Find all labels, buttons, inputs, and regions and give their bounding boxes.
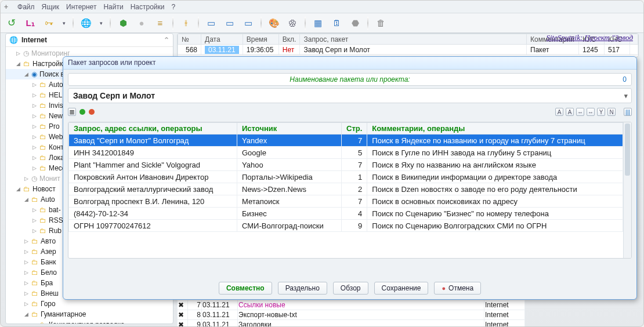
refresh-icon[interactable]: ↺: [4, 16, 19, 31]
hex-icon[interactable]: ⬣: [348, 16, 363, 31]
scroll-up-icon[interactable]: ⌃: [164, 36, 169, 44]
site-banner[interactable]: SiteSputnik: Проект "Завод: [546, 33, 633, 42]
query-row[interactable]: ИНН 3412001849Google5Поиск в Гугле по ИН…: [69, 147, 623, 159]
queries-grid: Запрос, адрес ссылки, операторы Источник…: [68, 122, 632, 259]
columns-icon[interactable]: |||: [624, 108, 632, 116]
sphere-icon[interactable]: ●: [134, 16, 149, 31]
col-time[interactable]: Время: [243, 34, 278, 45]
window-2-icon[interactable]: ▭: [222, 16, 237, 31]
view-button[interactable]: Обзор: [333, 282, 368, 295]
col-comment[interactable]: Комментарии, операнды: [367, 123, 623, 135]
key-icon[interactable]: 🗝: [41, 16, 56, 31]
cancel-button[interactable]: Отмена: [434, 282, 481, 295]
window-3-icon[interactable]: ▭: [241, 16, 256, 31]
col-on[interactable]: Вкл.: [278, 34, 300, 45]
font-a2-icon[interactable]: A: [566, 108, 574, 116]
format-toolbar: A A ↔ ↔ Y N |||: [555, 108, 632, 116]
cubes-icon[interactable]: ⬢: [115, 16, 131, 31]
query-row[interactable]: Покровский Антон Иванович ДиректорПортал…: [69, 171, 623, 183]
tree-item[interactable]: ◢🗀Гуманитарное: [6, 309, 173, 319]
menubar: + Файл Ящик Интернет Найти Настройки ?: [1, 1, 643, 13]
menu-plus[interactable]: +: [4, 3, 8, 11]
list-icon[interactable]: ≡: [153, 16, 168, 31]
lower-row[interactable]: ✖903.11.21ЗаголовкиInternet: [178, 320, 525, 328]
grid-scrollbar[interactable]: [623, 122, 631, 258]
tree-item[interactable]: ▷🗀Горо: [6, 299, 173, 309]
calendar-icon[interactable]: 🗓: [329, 16, 344, 31]
menu-internet[interactable]: Интернет: [66, 3, 96, 11]
menu-find[interactable]: Найти: [103, 3, 123, 11]
font-a-icon[interactable]: A: [555, 108, 563, 116]
col-date[interactable]: Дата: [201, 34, 243, 45]
query-row[interactable]: ОГРН 1097700247612СМИ-Волгоград-поиски9П…: [69, 220, 623, 232]
project-name-input[interactable]: Завод Серп и Молот ▾: [68, 88, 632, 103]
save-button[interactable]: Сохранение: [374, 282, 429, 295]
hsize2-icon[interactable]: ↔: [587, 108, 595, 116]
menu-file[interactable]: Файл: [17, 3, 35, 11]
chevron-down-icon[interactable]: ▾: [624, 92, 628, 100]
globe-icon: 🌐: [9, 36, 18, 44]
query-row[interactable]: (8442)-70-12-34Бизнес4Поиск по Сценарию …: [69, 208, 623, 220]
palette-icon[interactable]: 🎨: [266, 16, 281, 31]
menu-settings[interactable]: Настройки: [131, 3, 165, 11]
color-wheel-icon[interactable]: 🏵: [285, 16, 300, 31]
green-dot-icon[interactable]: [79, 109, 85, 115]
window-1-icon[interactable]: ▭: [204, 16, 219, 31]
query-row[interactable]: Завод "Серп и Молот" ВолгоградYandex7Пои…: [69, 135, 623, 147]
top-grid-row[interactable]: 568 03.11.21 19:36:05 Нет Завод Серп и М…: [178, 45, 638, 55]
col-num[interactable]: №: [178, 34, 201, 45]
tree-struct-icon[interactable]: ⫳: [178, 16, 193, 31]
y-icon[interactable]: Y: [597, 108, 605, 116]
separate-button[interactable]: Раздельно: [278, 282, 327, 295]
query-row[interactable]: Plant "Hammer and Sickle" VolgogradYahoo…: [69, 159, 623, 171]
lower-row[interactable]: ✖803.11.21Экспорт-новые-txtInternet: [178, 310, 525, 320]
joint-button[interactable]: Совместно: [219, 282, 272, 295]
trash-icon[interactable]: 🗑: [373, 16, 388, 31]
project-dialog: Пакет запросов или проект Наименование п…: [63, 56, 637, 300]
lower-row[interactable]: ✖703.11.21Ссылки новыеInternet: [178, 300, 525, 310]
tree-root-label[interactable]: Internet: [21, 36, 47, 44]
query-row[interactable]: Волгоград проспект В.И. Ленина, 120Метап…: [69, 195, 623, 208]
col-query[interactable]: Запрос, адрес ссылки, операторы: [69, 123, 237, 135]
col-pages[interactable]: Стр.: [342, 123, 367, 135]
red-dot-icon[interactable]: [89, 109, 95, 115]
globe-icon[interactable]: 🌐: [78, 16, 93, 31]
query-row[interactable]: Волгоградский металлургический заводNews…: [69, 183, 623, 195]
n-icon[interactable]: N: [607, 108, 616, 116]
dropdown-2-icon[interactable]: ▾: [97, 16, 105, 31]
tree-item[interactable]: 🗀Конкурентная разведка: [6, 319, 173, 324]
menu-help[interactable]: ?: [171, 3, 175, 11]
col-query[interactable]: Запрос, пакет: [300, 34, 527, 45]
dialog-zero: 0: [623, 75, 627, 83]
list-mode-icon[interactable]: ≣: [68, 108, 76, 116]
grid-icon[interactable]: ▦: [310, 16, 325, 31]
dropdown-1-icon[interactable]: ▾: [60, 16, 68, 31]
menu-box[interactable]: Ящик: [42, 3, 60, 11]
dialog-title: Пакет запросов или проект: [63, 57, 636, 70]
col-source[interactable]: Источник: [237, 123, 342, 135]
l1-icon[interactable]: L₁: [23, 16, 38, 31]
dialog-name-label: Наименование пакета или проекта: 0: [68, 73, 632, 86]
toolbar: ↺ L₁ 🗝 ▾ 🌐 ▾ ⬢ ● ≡ ⫳ ▭ ▭ ▭ 🎨 🏵 ▦ 🗓 ⬣ 🗑: [1, 13, 643, 33]
hsize-icon[interactable]: ↔: [576, 108, 584, 116]
